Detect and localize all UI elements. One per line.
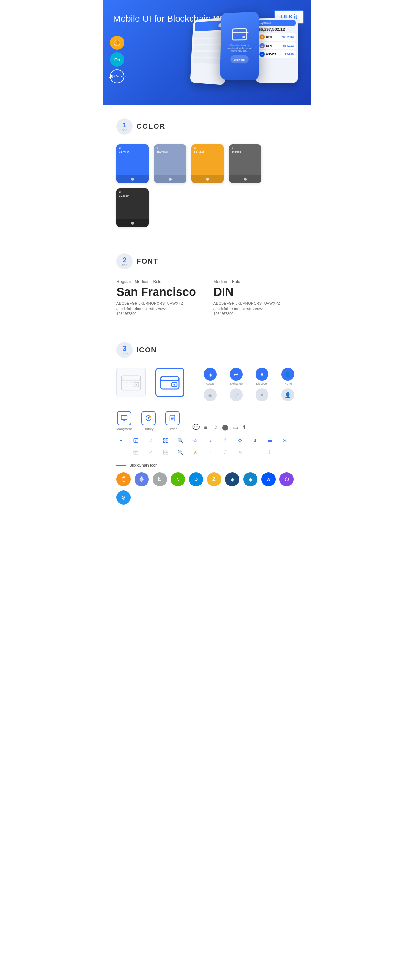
profile-label: Profile	[283, 382, 292, 385]
exchange-icon-outline: ⇌	[230, 388, 243, 401]
tool-icons-blue-row: + ✓ 🔍 ☆ ‹ ⤴ ⚙ ⬇ ⇄ ✕	[116, 436, 298, 445]
message-icon: ▭	[233, 424, 238, 431]
nav-icons-grid: ◈ Assets ⇌ Exchange ● Discover 👤 Profile…	[201, 368, 298, 401]
order-icon	[165, 411, 180, 425]
blockchain-text: BlockChain Icon	[129, 463, 158, 468]
edit-gray-icon	[131, 448, 140, 457]
svg-point-20	[149, 416, 151, 418]
wallet-filled-svg	[160, 374, 180, 390]
color-big-num: 1	[123, 122, 126, 129]
plus-gray-icon: +	[116, 448, 126, 457]
font-section-number: 2 TWO FONT	[116, 253, 298, 269]
svg-rect-12	[161, 377, 179, 381]
grid-icon: ◈	[225, 472, 239, 487]
discover-icon-outline: ●	[256, 388, 269, 401]
svg-rect-31	[166, 441, 168, 443]
assets-icon-outline: ◈	[204, 388, 217, 401]
icon-assets-outline: ◈	[201, 388, 220, 401]
utility-icons-row: 💬 ≡ ☽ ⬤ ▭ ℹ	[193, 424, 245, 431]
moon-icon: ☽	[212, 424, 217, 431]
download-icon: ⬇	[250, 436, 260, 445]
close-x-icon: ✕	[236, 448, 245, 457]
screens-label: Screens	[115, 75, 126, 78]
sf-style-label: Regular · Medium · Bold	[116, 279, 201, 284]
qr-gray-icon	[161, 448, 170, 457]
font-title: FONT	[137, 257, 158, 266]
chat-icon: 💬	[193, 424, 199, 431]
screens-num: 60+	[108, 74, 115, 79]
icon-discover-outline: ●	[252, 388, 272, 401]
svg-rect-35	[163, 450, 165, 452]
edit-icon	[131, 436, 140, 445]
icon-discover: ● Discover	[252, 368, 272, 385]
svg-rect-36	[166, 450, 168, 452]
icon-wireframe-box	[116, 368, 145, 397]
neo-icon: N	[171, 472, 185, 487]
svg-rect-37	[163, 453, 165, 454]
icon-assets: ◈ Assets	[201, 368, 220, 385]
share-icon: ⤴	[221, 436, 230, 445]
font-cols: Regular · Medium · Bold San Francisco AB…	[116, 279, 298, 316]
plus-icon: +	[116, 436, 126, 445]
icon-num-badge: 3 THREE	[116, 342, 132, 358]
din-numbers: 1234567890	[213, 312, 298, 316]
font-num-badge: 2 TWO	[116, 253, 132, 269]
mgmt-icons-row: Mangment History Order	[116, 411, 298, 431]
order-svg	[169, 415, 176, 422]
qr-icon	[161, 436, 170, 445]
svg-rect-30	[163, 441, 165, 443]
profile-icon-filled: 👤	[282, 368, 295, 381]
star-icon: ☆	[191, 436, 200, 445]
mgmt-management: Mangment	[116, 411, 132, 431]
history-svg	[145, 415, 152, 422]
management-icon	[117, 411, 131, 425]
discover-label: Discover	[256, 382, 268, 385]
management-svg	[121, 415, 128, 422]
eth-icon	[135, 472, 149, 487]
history-label: History	[143, 427, 154, 431]
font-col-sf: Regular · Medium · Bold San Francisco AB…	[116, 279, 201, 316]
svg-point-15	[174, 384, 175, 385]
sf-numbers: 1234567890	[116, 312, 201, 316]
icon-profile-outline: 👤	[278, 388, 298, 401]
discover-icon-filled: ●	[256, 368, 269, 381]
mgmt-history: History	[141, 411, 156, 431]
icon-num-label: THREE	[120, 352, 129, 355]
svg-rect-28	[163, 439, 165, 440]
color-title: COLOR	[137, 122, 165, 130]
mgmt-order: Order	[165, 411, 180, 431]
profile-icon-outline: 👤	[282, 388, 295, 401]
svg-rect-32	[134, 450, 138, 455]
swatch-blue: #3574FA	[116, 144, 149, 183]
ltc-icon: Ł	[153, 472, 167, 487]
din-lowercase: abcdefghijklmnopqrstuvwxyz	[213, 307, 298, 310]
icon-exchange-outline: ⇌	[226, 388, 246, 401]
layers-icon: ≡	[204, 424, 208, 431]
sf-lowercase: abcdefghijklmnopqrstuvwxyz	[116, 307, 201, 310]
sketch-badge	[110, 36, 124, 50]
swatch-dark: #303030	[116, 188, 149, 227]
font-big-num: 2	[123, 256, 126, 264]
zcash-icon: Z	[207, 472, 221, 487]
star-filled-icon: ★	[191, 448, 200, 457]
hero-badges: Ps 60+ Screens	[110, 36, 124, 83]
assets-label: Assets	[206, 382, 215, 385]
color-section-number: 1 ONE COLOR	[116, 118, 298, 135]
icon-profile: 👤 Profile	[278, 368, 298, 385]
share-gray-icon: ⤴	[221, 448, 230, 457]
close-icon: ✕	[280, 436, 289, 445]
chevron-left-icon: ‹	[206, 436, 215, 445]
search-gray-icon: 🔍	[176, 448, 185, 457]
info-gray-icon: ℹ	[265, 448, 274, 457]
din-style-label: Medium · Bold	[213, 279, 298, 284]
icon-section: 3 THREE ICON	[104, 329, 310, 517]
font-col-din: Medium · Bold DIN ABCDEFGHIJKLMNOPQRSTUV…	[213, 279, 298, 316]
phone-mockup-3: myWallet $6,297,502.12 ₿ BTC 788-2003 Ξ …	[256, 18, 298, 83]
din-uppercase: ABCDEFGHIJKLMNOPQRSTUVWXYZ	[213, 301, 298, 305]
icon-big-num: 3	[123, 345, 126, 352]
skycoin-icon: ◎	[116, 490, 131, 504]
icon-blue-filled-box	[155, 368, 184, 397]
wallet-wireframe-svg	[120, 371, 142, 394]
stratis-icon: ◆	[243, 472, 258, 487]
svg-rect-38	[166, 453, 168, 454]
